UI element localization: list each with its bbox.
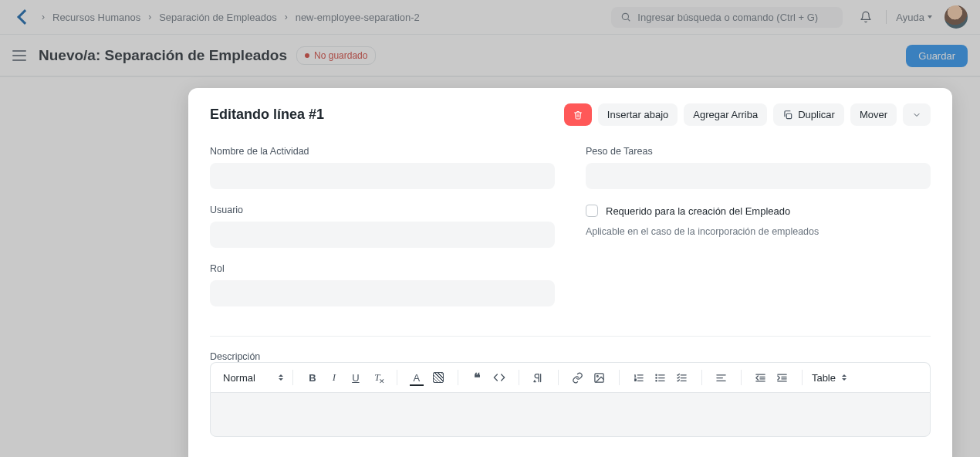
editor-text-color-button[interactable]: A (407, 367, 427, 388)
editor-indent-button[interactable] (772, 367, 792, 388)
editor-table-label: Table (812, 372, 836, 384)
editor-outdent-button[interactable] (751, 367, 771, 388)
activity-name-label: Nombre de la Actividad (210, 146, 555, 157)
image-icon (593, 372, 605, 384)
editor-clear-format-button[interactable]: T✕ (367, 367, 387, 388)
modal-body: Nombre de la Actividad Usuario Rol Peso … (188, 132, 952, 337)
editor-checklist-button[interactable] (672, 367, 692, 388)
user-input[interactable] (210, 222, 555, 248)
divider (210, 336, 931, 337)
required-checkbox-label: Requerido para la creación del Empleado (606, 205, 790, 217)
svg-point-12 (656, 377, 657, 377)
divider (619, 370, 620, 385)
editor-ordered-list-button[interactable] (629, 367, 649, 388)
align-left-icon (715, 372, 727, 384)
delete-row-button[interactable] (564, 103, 592, 126)
required-checkbox[interactable] (586, 205, 598, 217)
insert-below-button[interactable]: Insertar abajo (598, 103, 678, 126)
editor-underline-button[interactable]: U (346, 367, 366, 388)
modal-header: Editando línea #1 Insertar abajo Agregar… (188, 88, 952, 132)
edit-row-modal: Editando línea #1 Insertar abajo Agregar… (188, 88, 952, 457)
svg-point-13 (656, 380, 657, 381)
task-weight-input[interactable] (586, 163, 931, 189)
role-input[interactable] (210, 280, 555, 306)
indent-icon (776, 372, 788, 384)
role-label: Rol (210, 263, 555, 274)
editor-direction-button[interactable] (529, 367, 549, 388)
required-helper-text: Aplicable en el caso de la incorporación… (586, 226, 931, 237)
editor-italic-button[interactable]: I (324, 367, 344, 388)
editor-blockquote-button[interactable]: ❝ (468, 367, 488, 388)
description-label: Descripción (210, 351, 260, 362)
editor-format-label: Normal (223, 372, 255, 384)
chevron-down-icon (912, 110, 921, 120)
divider (397, 370, 397, 385)
description-editor[interactable] (210, 392, 931, 437)
insert-above-button[interactable]: Agregar Arriba (684, 103, 767, 126)
svg-rect-2 (786, 113, 791, 118)
trash-icon (573, 110, 583, 120)
editor-bold-button[interactable]: B (302, 367, 323, 388)
divider (558, 370, 559, 385)
link-icon (572, 372, 583, 384)
divider (458, 370, 458, 385)
copy-icon (782, 110, 793, 120)
editor-toolbar: Normal B I U T✕ A ❝ (210, 362, 931, 392)
code-icon (493, 371, 505, 384)
select-caret-icon (279, 374, 283, 381)
svg-point-4 (597, 375, 599, 377)
move-button[interactable]: Mover (850, 103, 897, 126)
more-actions-button[interactable] (903, 103, 931, 126)
divider (741, 370, 742, 385)
paragraph-rtl-icon (532, 372, 544, 384)
editor-table-select[interactable]: Table (807, 372, 851, 384)
user-label: Usuario (210, 205, 555, 215)
divider (701, 370, 702, 385)
editor-align-button[interactable] (711, 367, 732, 388)
editor-highlight-button[interactable] (428, 367, 448, 388)
modal-title: Editando línea #1 (210, 107, 324, 123)
task-weight-label: Peso de Tareas (586, 146, 931, 157)
editor-format-select[interactable]: Normal (218, 372, 288, 384)
divider (519, 370, 519, 385)
duplicate-button[interactable]: Duplicar (773, 103, 844, 126)
list-check-icon (676, 372, 688, 384)
editor-code-button[interactable] (489, 367, 509, 388)
select-caret-icon (842, 374, 847, 381)
editor-image-button[interactable] (590, 367, 610, 388)
outdent-icon (755, 372, 766, 384)
list-bullet-icon (654, 372, 666, 384)
list-ordered-icon (633, 372, 644, 384)
highlight-icon (433, 372, 444, 383)
activity-name-input[interactable] (210, 163, 555, 189)
required-checkbox-row[interactable]: Requerido para la creación del Empleado (586, 205, 931, 217)
svg-point-11 (656, 374, 657, 375)
modal-toolbar: Insertar abajo Agregar Arriba Duplicar M… (564, 103, 931, 126)
divider (802, 370, 803, 385)
divider (292, 370, 293, 385)
editor-bullet-list-button[interactable] (651, 367, 671, 388)
editor-link-button[interactable] (568, 367, 588, 388)
duplicate-label: Duplicar (798, 109, 835, 120)
